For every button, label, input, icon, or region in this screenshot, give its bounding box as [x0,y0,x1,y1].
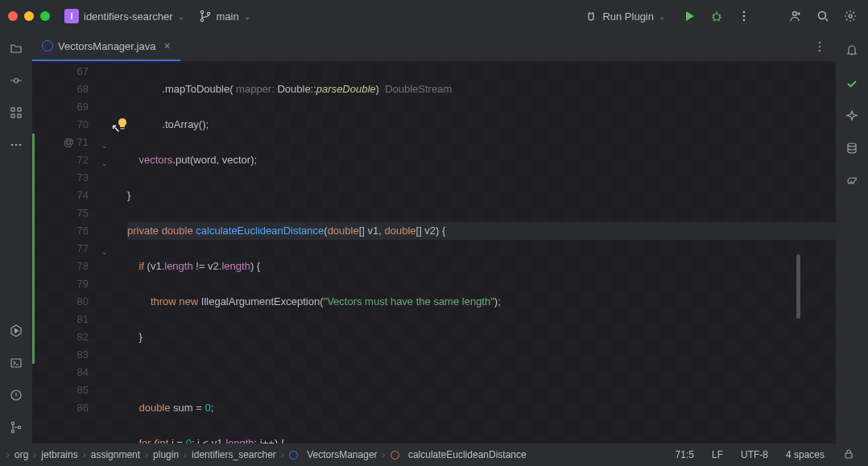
file-encoding[interactable]: UTF-8 [734,449,775,460]
line-number[interactable]: 79 [32,275,97,293]
vcs-tool-button[interactable] [6,418,26,437]
line-number[interactable]: 75 [32,204,97,222]
maximize-window-button[interactable] [40,11,50,21]
hexagon-play-icon [10,324,23,337]
line-number[interactable]: 76 [32,222,97,240]
editor-tab[interactable]: VectorsManager.java × [32,32,180,61]
line-number[interactable]: 74 [32,187,97,204]
gear-icon [844,10,857,23]
svg-point-21 [11,430,14,432]
svg-point-17 [19,144,22,146]
folder-icon [10,42,23,55]
commit-tool-button[interactable] [6,71,26,90]
ai-assistant-button[interactable] [842,106,862,126]
line-number[interactable]: 73 [32,169,97,187]
svg-point-3 [713,14,720,20]
code-content[interactable]: .mapToDouble( mapper: Double::parseDoubl… [97,61,836,443]
svg-point-24 [819,46,821,48]
window-controls[interactable] [8,11,50,21]
more-tools-button[interactable] [6,135,26,155]
line-number[interactable]: 78 [32,258,97,275]
lock-icon [842,447,855,460]
svg-point-9 [849,14,852,18]
reader-mode-button[interactable] [836,447,862,463]
intention-bulb-icon[interactable] [116,118,129,130]
svg-rect-12 [11,114,14,118]
svg-point-0 [200,10,203,13]
line-number[interactable]: 72⌄ [32,151,97,169]
line-number[interactable]: 84 [32,364,97,381]
svg-rect-18 [11,359,21,367]
tab-options-button[interactable] [804,32,836,61]
breadcrumb-item[interactable]: assignment [91,449,140,460]
breadcrumb-item[interactable]: jetbrains [41,449,77,460]
breadcrumb-item[interactable]: VectorsManager [289,449,378,460]
svg-point-22 [18,426,20,428]
debug-button[interactable] [707,6,726,26]
project-selector[interactable]: I identifiers-searcher ⌄ [58,6,191,27]
terminal-icon [10,357,23,369]
minimize-window-button[interactable] [24,11,34,21]
line-number[interactable]: 86 [32,399,97,417]
fold-toggle[interactable]: ⌄ [101,243,108,261]
services-tool-button[interactable] [6,321,26,340]
method-icon [391,451,399,460]
bell-icon [845,43,858,56]
structure-tool-button[interactable] [6,103,26,122]
breadcrumb-item[interactable]: calculateEuclideanDistance [391,449,527,460]
svg-rect-13 [18,108,21,111]
project-name: identifiers-searcher [84,10,173,23]
line-number[interactable]: 67 [32,63,97,80]
project-tool-button[interactable] [6,39,26,58]
search-button[interactable] [813,6,833,26]
more-actions-button[interactable] [734,6,754,26]
git-branch-selector[interactable]: main ⌄ [199,10,250,23]
code-with-me-button[interactable] [786,6,805,26]
indent-config[interactable]: 4 spaces [779,449,831,460]
svg-rect-11 [11,108,14,111]
caret-position[interactable]: 71:5 [669,449,701,460]
scrollbar-thumb[interactable] [796,254,800,319]
line-number[interactable]: @71⌄ [32,134,97,151]
notifications-button[interactable] [841,39,863,61]
database-tool-button[interactable] [842,138,862,158]
chevron-down-icon: ⌄ [244,12,250,21]
line-number[interactable]: 77⌄ [32,240,97,258]
close-window-button[interactable] [8,11,18,21]
author-annotation-icon[interactable]: @ [64,134,74,151]
more-vertical-icon [738,10,750,23]
gradle-tool-button[interactable] [842,171,862,190]
editor-gutter[interactable]: 67 68 69 70 @71⌄ 72⌄ 73 74 75 76 77⌄ 78 … [32,61,97,443]
code-editor[interactable]: ↖ 67 68 69 70 @71⌄ 72⌄ 73 74 75 76 77⌄ 7… [32,61,836,443]
line-number[interactable]: 81 [32,311,97,328]
inspection-status[interactable] [842,74,862,93]
line-number[interactable]: 85 [32,381,97,399]
breadcrumb-item[interactable]: plugin [153,449,179,460]
breadcrumb-item[interactable]: org [14,449,28,460]
plugin-icon [585,10,597,23]
terminal-tool-button[interactable] [6,353,26,373]
run-config-selector[interactable]: Run Plugin ⌄ [578,6,672,26]
line-number[interactable]: 70 [32,116,97,134]
run-button[interactable] [680,6,699,26]
check-icon [845,77,858,90]
problems-tool-button[interactable] [6,386,26,405]
fold-toggle[interactable]: ⌄ [101,137,108,155]
breadcrumb-item[interactable]: identifiers_searcher [192,449,276,460]
line-separator[interactable]: LF [705,449,730,460]
git-icon [10,421,23,434]
line-number[interactable]: 68 [32,80,97,98]
line-number[interactable]: 83 [32,346,97,364]
close-tab-button[interactable]: × [163,39,170,52]
svg-point-27 [848,143,856,146]
line-number[interactable]: 69 [32,98,97,116]
fold-toggle[interactable]: ⌄ [101,155,108,172]
line-number[interactable]: 82 [32,328,97,346]
tab-filename: VectorsManager.java [58,40,155,52]
svg-point-20 [11,422,14,424]
line-number[interactable]: 80 [32,293,97,311]
play-icon [683,10,696,23]
svg-point-2 [207,12,209,14]
svg-point-7 [793,12,797,16]
settings-button[interactable] [841,6,860,26]
